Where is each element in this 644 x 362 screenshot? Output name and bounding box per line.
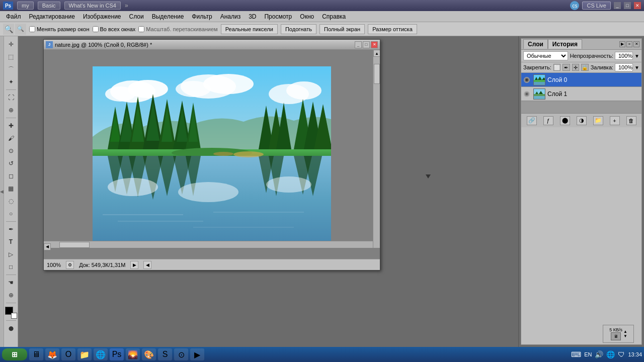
opacity-arrow[interactable]: ▼ (634, 53, 639, 59)
path-select-button[interactable]: ▷ (5, 248, 17, 260)
app-minimize-button[interactable]: _ (614, 2, 621, 9)
lock-position-button[interactable]: ✛ (572, 64, 579, 71)
layer-row-1[interactable]: Слой 1 (521, 87, 641, 101)
quick-mask-button[interactable]: ⬤ (5, 322, 17, 334)
doc-minimize-button[interactable]: _ (355, 41, 362, 48)
tray-volume-icon[interactable]: 🔊 (595, 350, 603, 358)
menu-file[interactable]: Файл (2, 12, 25, 21)
menu-image[interactable]: Изображение (79, 12, 125, 21)
resize-windows-check[interactable]: Менять размер окон (29, 26, 90, 32)
doc-maximize-button[interactable]: □ (363, 41, 370, 48)
actual-pixels-button[interactable]: Реальные пиксели (221, 24, 278, 34)
menu-view[interactable]: Просмотр (260, 12, 296, 21)
new-group-button[interactable]: 📁 (593, 116, 603, 125)
full-screen-button[interactable]: Полный экран (319, 24, 365, 34)
status-scroll-button[interactable]: ◀ (143, 261, 151, 269)
lasso-tool-button[interactable]: ⌒ (5, 63, 17, 75)
print-size-button[interactable]: Размер оттиска (368, 24, 417, 34)
scrubby-zoom-check[interactable]: Масштаб. перетаскиванием (138, 26, 217, 32)
tray-network-icon[interactable]: 🌐 (606, 350, 615, 358)
tab-history[interactable]: История (548, 39, 582, 49)
start-button[interactable]: ⊞ (2, 348, 27, 360)
taskbar-opera[interactable]: O (61, 348, 75, 360)
lock-all-button[interactable]: 🔒 (581, 64, 588, 71)
hand-tool-button[interactable]: ☚ (5, 277, 17, 289)
move-tool-button[interactable]: ✛ (5, 38, 17, 50)
status-info-button[interactable]: ⚙ (66, 261, 74, 269)
gradient-tool-button[interactable]: ▦ (5, 183, 17, 195)
crop-tool-button[interactable]: ⛶ (5, 92, 17, 104)
opacity-input[interactable] (615, 52, 633, 60)
new-layer-button[interactable]: + (610, 116, 620, 125)
cs-live-button[interactable]: CS Live (582, 2, 611, 10)
app-maximize-button[interactable]: □ (624, 2, 631, 9)
left-panel-collapse[interactable]: ◀ (0, 36, 4, 347)
eraser-tool-button[interactable]: ◻ (5, 170, 17, 182)
lock-pixels-button[interactable]: ✒ (562, 64, 570, 71)
menu-edit[interactable]: Редактирование (25, 12, 79, 21)
selection-tool-button[interactable]: ⬚ (5, 51, 17, 63)
taskbar-show-desktop[interactable]: 🖥 (29, 348, 43, 360)
taskbar-explorer[interactable]: 🌐 (94, 348, 108, 360)
app-close-button[interactable]: ✕ (634, 2, 641, 9)
blend-mode-select[interactable]: Обычные (523, 51, 568, 60)
magic-wand-button[interactable]: ✦ (5, 76, 17, 88)
layer-0-visibility-toggle[interactable] (522, 75, 531, 84)
taskbar-skype[interactable]: S (158, 348, 172, 360)
horizontal-scrollbar[interactable]: ◀ (44, 241, 373, 248)
eyedropper-tool-button[interactable]: ⊕ (5, 104, 17, 116)
doc-close-button[interactable]: ✕ (371, 41, 378, 48)
panel-options-button[interactable]: ▶ (619, 41, 625, 47)
text-tool-button[interactable]: T (5, 236, 17, 248)
taskbar-photo-viewer[interactable]: 🌄 (126, 348, 140, 360)
tray-security-icon[interactable]: 🛡 (618, 350, 625, 358)
layer-row-0[interactable]: Слой 0 (521, 73, 641, 87)
fill-arrow[interactable]: ▼ (634, 65, 639, 70)
expand-icon[interactable]: » (125, 2, 128, 9)
menu-layers[interactable]: Слои (125, 12, 148, 21)
zoom-plus-button[interactable]: 🔍 (3, 24, 14, 35)
new-fill-button[interactable]: ◑ (577, 116, 587, 125)
fit-screen-button[interactable]: Подогнать (281, 24, 316, 34)
background-color[interactable] (11, 313, 17, 319)
fill-input[interactable] (615, 63, 633, 71)
status-play-button[interactable]: ▶ (130, 261, 138, 269)
all-windows-check[interactable]: Во всех окнах (93, 26, 136, 32)
vertical-scrollbar[interactable]: ▲ (373, 50, 380, 248)
history-brush-button[interactable]: ↺ (5, 157, 17, 169)
add-style-button[interactable]: ƒ (543, 116, 553, 125)
taskbar-icon-extra[interactable]: 🎨 (142, 348, 156, 360)
zoom-tool-button[interactable]: ⊕ (5, 289, 17, 301)
widget-up-arrow[interactable]: ▲ (623, 329, 627, 334)
zoom-out-button[interactable]: 🔍 (15, 24, 26, 35)
widget-icon[interactable]: 🖥 (611, 332, 621, 340)
taskbar-photoshop[interactable]: Ps (110, 348, 124, 360)
scroll-thumb-horizontal[interactable] (59, 242, 90, 248)
taskbar-firefox[interactable]: 🦊 (45, 348, 59, 360)
scroll-left-arrow[interactable]: ◀ (44, 243, 51, 250)
tray-keyboard-icon[interactable]: ⌨ (571, 350, 581, 358)
taskbar-chrome[interactable]: ⊙ (174, 348, 188, 360)
menu-3d[interactable]: 3D (245, 12, 260, 21)
menu-filter[interactable]: Фильтр (188, 12, 216, 21)
menu-help[interactable]: Справка (318, 12, 350, 21)
taskbar-folder[interactable]: 📁 (77, 348, 92, 360)
delete-layer-button[interactable]: 🗑 (626, 116, 636, 125)
lock-transparent-button[interactable]: ⬜ (553, 64, 560, 71)
shape-tool-button[interactable]: □ (5, 261, 17, 273)
clone-stamp-button[interactable]: ⊙ (5, 145, 17, 157)
healing-brush-button[interactable]: ✚ (5, 120, 17, 132)
brush-tool-button[interactable]: 🖌 (5, 132, 17, 144)
whats-new-button[interactable]: What's New in CS4 (64, 2, 121, 10)
panel-close-button[interactable]: ✕ (633, 41, 639, 47)
color-picker[interactable] (5, 307, 17, 319)
dodge-tool-button[interactable]: ○ (5, 208, 17, 220)
scroll-thumb-vertical[interactable] (374, 64, 380, 84)
workspace-button[interactable]: Basic (38, 2, 60, 10)
pen-tool-button[interactable]: ✒ (5, 223, 17, 235)
tab-layers[interactable]: Слои (523, 39, 548, 49)
menu-analysis[interactable]: Анализ (216, 12, 245, 21)
profile-button[interactable]: my (17, 2, 34, 10)
link-layers-button[interactable]: 🔗 (527, 116, 537, 125)
scroll-up-arrow[interactable]: ▲ (373, 50, 380, 57)
